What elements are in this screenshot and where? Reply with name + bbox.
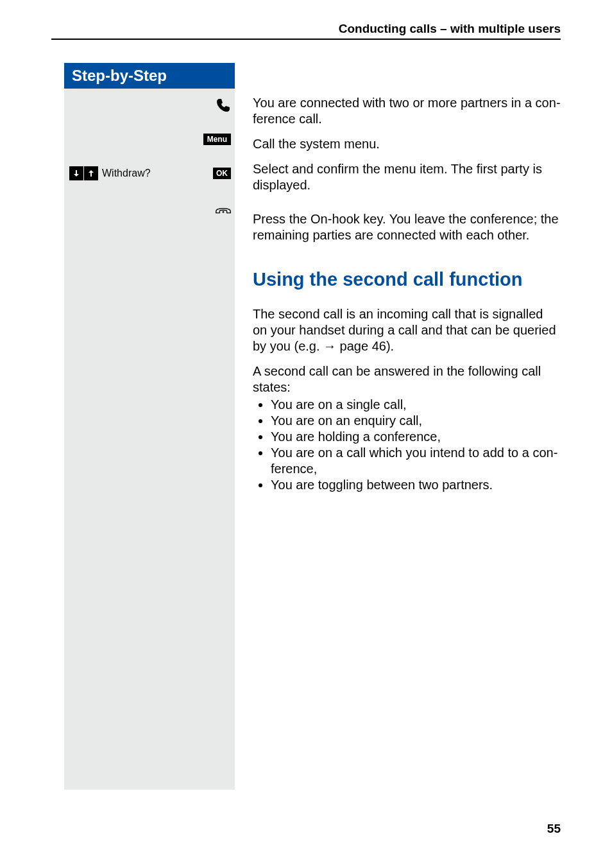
list-item: You are on a call which you intend to ad…: [271, 445, 561, 477]
states-list: You are on a single call, You are on an …: [253, 397, 561, 493]
sidebar-row-onhook: [64, 193, 235, 229]
ok-button[interactable]: OK: [213, 168, 231, 179]
sidebar-row-select: Withdraw? OK: [64, 154, 235, 193]
running-header: Conducting calls – with multiple users: [339, 22, 561, 36]
arrow-down-key[interactable]: [69, 166, 83, 180]
list-item: You are on a single call,: [271, 397, 561, 413]
step-text-select-confirm: Select and confirm the menu item. The fi…: [253, 161, 561, 193]
page-number: 55: [547, 822, 561, 836]
para-states-lead: A second call can be answered in the fol…: [253, 363, 561, 395]
sidebar-row-offhook: [64, 89, 235, 125]
handset-offhook-icon: [216, 98, 231, 116]
page-ref-arrow-icon: →: [323, 339, 336, 353]
step-by-step-banner: Step-by-Step: [64, 63, 235, 89]
arrow-up-key[interactable]: [84, 166, 98, 180]
menu-item-withdraw: Withdraw?: [102, 168, 208, 179]
main-content: You are connected with two or more partn…: [253, 95, 561, 493]
menu-button[interactable]: Menu: [203, 134, 231, 145]
handset-onhook-icon: [214, 203, 232, 218]
step-text-call-menu: Call the system menu.: [253, 136, 561, 152]
section-title-second-call: Using the second call function: [253, 268, 561, 291]
list-item: You are toggling between two partners.: [271, 477, 561, 493]
list-item: You are on an enquiry call,: [271, 413, 561, 429]
para-second-call-intro: The second call is an incoming call that…: [253, 306, 561, 354]
nav-arrow-keys: [69, 166, 98, 180]
list-item: You are holding a conference,: [271, 429, 561, 445]
header-rule: [51, 39, 561, 40]
sidebar-row-menu: Menu: [64, 125, 235, 154]
step-text-connected: You are connected with two or more partn…: [253, 95, 561, 127]
step-text-onhook: Press the On-hook key. You leave the con…: [253, 211, 561, 243]
svg-point-0: [223, 211, 225, 213]
step-sidebar: Step-by-Step Menu Withdra: [64, 63, 235, 790]
intro-text-a: The second call is an incoming call that…: [253, 307, 556, 353]
intro-text-b: page 46).: [336, 339, 394, 353]
